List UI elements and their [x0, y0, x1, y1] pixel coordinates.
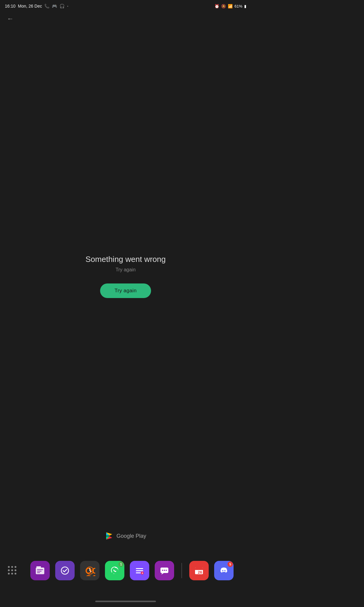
svg-text:OO: OO — [85, 573, 95, 576]
try-again-button[interactable]: Try again — [100, 283, 151, 298]
svg-point-32 — [222, 570, 224, 571]
whatsapp-app-icon[interactable]: 1 — [105, 561, 124, 580]
discord-badge: 5 — [228, 561, 233, 567]
nav-bar: OO OO 1 + — [0, 552, 251, 589]
error-title: Something went wrong — [86, 255, 166, 264]
svg-rect-6 — [37, 569, 43, 570]
home-indicator — [95, 601, 156, 602]
whatsapp-badge: 1 — [118, 561, 124, 567]
dots-grid-icon — [8, 566, 17, 575]
calendar-icon: 26 — [194, 565, 204, 576]
svg-marker-22 — [161, 573, 164, 575]
error-subtitle: Try again — [116, 267, 136, 273]
google-play-branding: Google Play — [0, 532, 251, 540]
svg-point-23 — [162, 570, 163, 571]
tasks-app-icon[interactable] — [55, 561, 75, 580]
svg-point-25 — [166, 570, 167, 571]
whatsapp-icon — [109, 565, 120, 576]
compose-app-icon[interactable]: + — [130, 561, 149, 580]
svg-point-33 — [224, 570, 226, 571]
svg-text:26: 26 — [198, 570, 202, 575]
files-icon — [35, 565, 46, 576]
calendar-app-icon[interactable]: 26 — [189, 561, 209, 580]
main-content: Something went wrong Try again Try again — [0, 0, 251, 552]
svg-rect-7 — [37, 571, 42, 571]
messages-app-icon[interactable] — [155, 561, 174, 580]
svg-rect-4 — [36, 566, 41, 568]
svg-rect-18 — [136, 572, 141, 573]
google-play-logo-icon — [105, 532, 113, 540]
app-drawer-button[interactable] — [6, 564, 19, 577]
svg-rect-8 — [37, 572, 40, 573]
tasks-icon — [59, 565, 70, 576]
discord-icon — [218, 565, 229, 576]
svg-point-9 — [61, 567, 69, 574]
clock-icon: OO OO — [84, 565, 95, 576]
dock-divider — [181, 563, 182, 578]
compose-icon: + — [134, 565, 145, 576]
messages-icon — [159, 565, 170, 576]
google-play-label: Google Play — [116, 533, 146, 539]
svg-text:+: + — [142, 571, 143, 575]
files-app-icon[interactable] — [30, 561, 50, 580]
dock-apps: OO OO 1 + — [19, 561, 245, 580]
discord-app-icon[interactable]: 5 — [214, 561, 234, 580]
clock-app-icon[interactable]: OO OO — [80, 561, 99, 580]
svg-point-24 — [164, 570, 165, 571]
svg-rect-16 — [136, 568, 143, 569]
error-container: Something went wrong Try again Try again — [86, 255, 166, 298]
